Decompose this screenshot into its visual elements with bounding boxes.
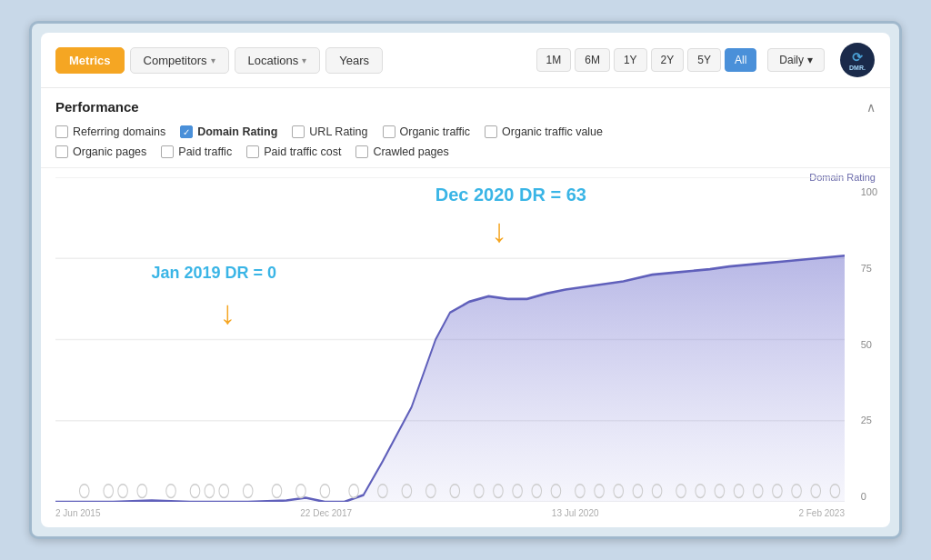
dmr-logo: ⟳ DMR.: [840, 43, 875, 77]
chart-svg-container: [55, 177, 845, 502]
performance-title: Performance: [55, 99, 139, 115]
chart-area: Domain Rating Dec 2020 DR = 63 ↓ Jan 201…: [41, 168, 890, 527]
x-axis-labels: 2 Jun 2015 22 Dec 2017 13 Jul 2020 2 Feb…: [55, 508, 845, 518]
time-all[interactable]: All: [725, 48, 756, 72]
svg-point-17: [349, 485, 359, 498]
svg-point-6: [104, 485, 114, 498]
cb-paid-traffic-cost-box[interactable]: [246, 145, 259, 158]
cb-organic-pages[interactable]: Organic pages: [55, 145, 146, 158]
daily-chevron-icon: ▾: [807, 54, 813, 66]
inner-card: Metrics Competitors ▾ Locations ▾ Years …: [41, 33, 890, 527]
logo-icon: ⟳: [852, 50, 863, 65]
svg-point-8: [137, 485, 147, 498]
svg-point-7: [118, 485, 128, 498]
time-2y[interactable]: 2Y: [651, 48, 685, 72]
y-axis-labels: 100 75 50 25 0: [861, 186, 877, 502]
svg-point-12: [219, 485, 229, 498]
cb-paid-traffic-box[interactable]: [161, 145, 174, 158]
time-6m[interactable]: 6M: [575, 48, 610, 72]
cb-paid-traffic-cost[interactable]: Paid traffic cost: [246, 145, 341, 158]
svg-point-5: [79, 485, 89, 498]
svg-point-16: [320, 485, 330, 498]
years-button[interactable]: Years: [325, 47, 383, 74]
cb-organic-pages-box[interactable]: [55, 145, 68, 158]
cb-url-rating[interactable]: URL Rating: [292, 125, 367, 138]
cb-organic-traffic-value-box[interactable]: [485, 125, 497, 138]
cb-organic-traffic-value[interactable]: Organic traffic value: [485, 125, 603, 138]
checkboxes-row2: Organic pages Paid traffic Paid traffic …: [41, 142, 890, 167]
competitors-chevron-icon: ▾: [211, 55, 215, 65]
checkboxes-row1: Referring domains Domain Rating URL Rati…: [41, 122, 890, 142]
cb-paid-traffic[interactable]: Paid traffic: [161, 145, 232, 158]
svg-point-11: [205, 485, 215, 498]
svg-point-13: [243, 485, 253, 498]
cb-domain-rating-box[interactable]: [180, 125, 193, 138]
time-1y[interactable]: 1Y: [614, 48, 647, 72]
collapse-icon[interactable]: ∧: [866, 100, 876, 115]
locations-button[interactable]: Locations ▾: [235, 47, 321, 74]
cb-organic-traffic-box[interactable]: [383, 125, 395, 138]
svg-point-9: [166, 485, 176, 498]
competitors-button[interactable]: Competitors ▾: [130, 47, 229, 74]
daily-button[interactable]: Daily ▾: [767, 48, 825, 72]
top-nav: Metrics Competitors ▾ Locations ▾ Years …: [41, 33, 890, 88]
time-5y[interactable]: 5Y: [687, 48, 721, 72]
svg-point-14: [272, 485, 282, 498]
svg-point-15: [296, 485, 306, 498]
svg-point-10: [190, 485, 200, 498]
locations-chevron-icon: ▾: [302, 55, 306, 65]
cb-organic-traffic[interactable]: Organic traffic: [383, 125, 471, 138]
chart-svg: [55, 177, 845, 502]
cb-referring-domains[interactable]: Referring domains: [55, 125, 165, 138]
logo-area: ⟳ DMR.: [839, 42, 876, 78]
outer-frame: Metrics Competitors ▾ Locations ▾ Years …: [29, 21, 902, 539]
cb-referring-domains-box[interactable]: [55, 125, 68, 138]
cb-crawled-pages-box[interactable]: [355, 145, 368, 158]
performance-header: Performance ∧: [41, 88, 890, 122]
cb-crawled-pages[interactable]: Crawled pages: [355, 145, 448, 158]
cb-url-rating-box[interactable]: [292, 125, 305, 138]
cb-domain-rating[interactable]: Domain Rating: [180, 125, 277, 138]
time-buttons-group: 1M 6M 1Y 2Y 5Y All: [536, 48, 757, 72]
time-1m[interactable]: 1M: [536, 48, 572, 72]
metrics-button[interactable]: Metrics: [55, 47, 125, 74]
